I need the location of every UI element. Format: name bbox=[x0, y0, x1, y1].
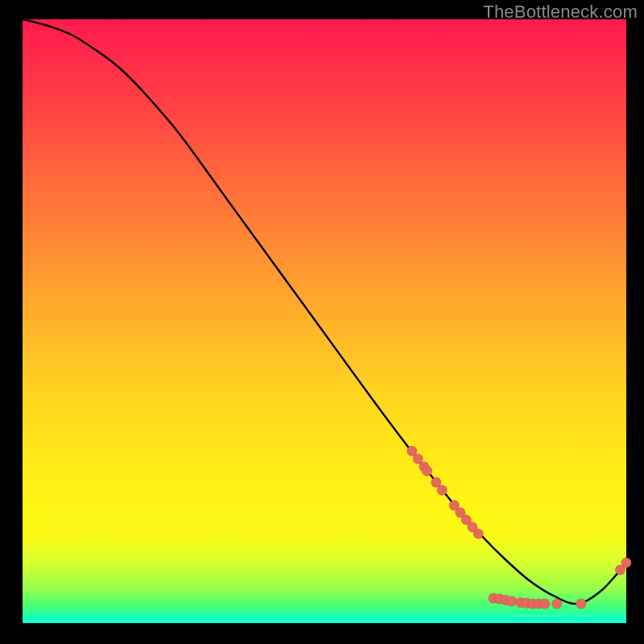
chart-data-point bbox=[506, 597, 516, 606]
chart-data-point bbox=[552, 599, 562, 609]
chart-frame: TheBottleneck.com bbox=[0, 0, 644, 644]
chart-data-point bbox=[422, 466, 431, 476]
watermark-text: TheBottleneck.com bbox=[483, 2, 638, 23]
chart-plot-area bbox=[23, 19, 626, 623]
chart-svg bbox=[23, 19, 626, 623]
chart-data-point bbox=[576, 599, 586, 609]
chart-data-point bbox=[473, 529, 483, 539]
chart-data-point bbox=[437, 485, 447, 495]
chart-data-points bbox=[407, 446, 632, 609]
chart-curve bbox=[23, 19, 626, 604]
chart-data-point bbox=[540, 599, 550, 609]
chart-data-point bbox=[621, 558, 631, 568]
